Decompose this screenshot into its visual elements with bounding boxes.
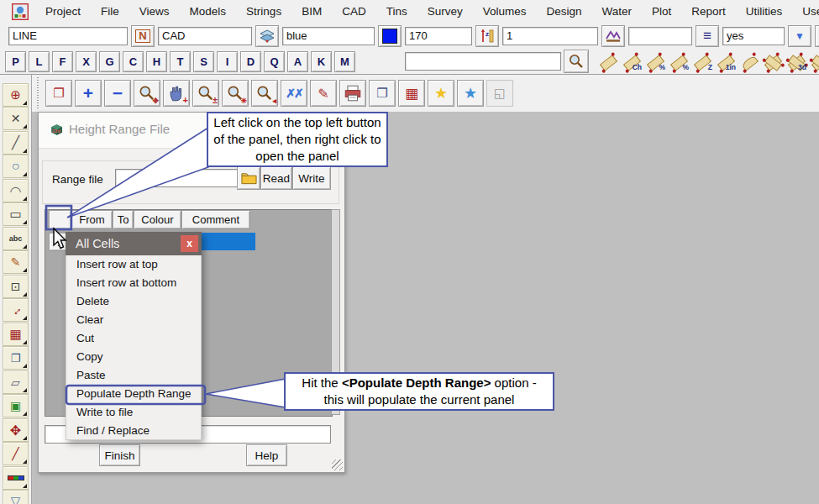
panel-resize-grip[interactable] — [332, 459, 343, 470]
point-line-icon[interactable]: ╱ — [3, 442, 29, 465]
menu-project[interactable]: Project — [35, 5, 91, 18]
snap-p-button[interactable]: P — [5, 51, 26, 72]
create-line-icon[interactable]: ╱ — [3, 131, 29, 155]
snap-x-button[interactable]: X — [76, 51, 97, 72]
point-box-icon[interactable]: ⊡ — [3, 275, 29, 298]
snap-t-button[interactable]: T — [170, 51, 191, 72]
shield-polygon-icon[interactable]: ▽ — [3, 490, 29, 504]
menu-bim[interactable]: BIM — [291, 5, 332, 18]
menu-item-insert-row-top[interactable]: Insert row at top — [66, 255, 201, 274]
zoom-centre-icon[interactable]: ✳ — [222, 80, 249, 107]
snap-c-button[interactable]: C — [123, 51, 144, 72]
search-input[interactable] — [405, 52, 561, 71]
help-button[interactable]: Help — [246, 444, 287, 466]
polygon-icon[interactable]: ▱ — [3, 370, 29, 394]
write-button[interactable]: Write — [292, 166, 331, 190]
menu-item-find-replace[interactable]: Find / Replace — [66, 422, 201, 440]
model-input[interactable] — [158, 27, 252, 45]
menu-item-cut[interactable]: Cut — [66, 329, 201, 348]
snap-m-button[interactable]: M — [334, 51, 355, 72]
menu-strings[interactable]: Strings — [236, 5, 291, 18]
zoom-out-icon[interactable]: − — [104, 80, 131, 107]
menu-models[interactable]: Models — [180, 5, 237, 18]
measure-dimension-icon[interactable]: ↔ — [3, 298, 29, 322]
view-grid-icon[interactable]: ▦ — [398, 80, 425, 107]
table-grid-icon[interactable]: ▦ — [3, 323, 29, 346]
snap-d-button[interactable]: D — [240, 51, 261, 72]
snap-i-button[interactable]: I — [217, 51, 238, 72]
colour-input[interactable] — [282, 27, 375, 45]
print-icon[interactable] — [339, 80, 366, 107]
pan-icon[interactable]: + — [163, 80, 190, 107]
lines-icon[interactable]: ≡ — [696, 25, 719, 47]
xnode-icon[interactable]: ✕ — [3, 107, 29, 130]
copy-object-icon[interactable]: ❐ — [3, 346, 29, 370]
snap-q-button[interactable]: Q — [264, 51, 285, 72]
menu-item-paste[interactable]: Paste — [66, 366, 201, 385]
menu-water[interactable]: Water — [592, 5, 643, 18]
new-view-icon[interactable]: ❐ — [45, 80, 72, 107]
finish-button[interactable]: Finish — [99, 444, 140, 466]
tin-input[interactable] — [502, 27, 598, 45]
menu-report[interactable]: Report — [681, 5, 736, 18]
snap-s-button[interactable]: S — [193, 51, 214, 72]
range-file-input[interactable] — [115, 169, 238, 187]
measure-bearing-icon[interactable] — [597, 51, 618, 72]
column-header-colour[interactable]: Colour — [134, 210, 181, 229]
snap-a-button[interactable]: A — [287, 51, 308, 72]
snap-g-button[interactable]: G — [99, 51, 120, 72]
folder-browse-icon[interactable] — [237, 166, 260, 190]
name-box-icon[interactable]: N — [131, 25, 155, 47]
copy-view-icon[interactable]: ❐ — [369, 80, 396, 107]
column-header-comment[interactable]: Comment — [181, 210, 250, 229]
close-icon[interactable]: x — [181, 235, 198, 252]
menu-utilities[interactable]: Utilities — [736, 5, 793, 18]
create-text-icon[interactable]: abc — [3, 227, 29, 250]
menu-item-clear[interactable]: Clear — [66, 311, 201, 329]
create-point-icon[interactable]: ⊕ — [3, 83, 29, 107]
measure-grade-icon[interactable]: % — [668, 51, 689, 72]
yes-input[interactable] — [722, 27, 785, 45]
favourite-blue-icon[interactable]: ★ — [457, 80, 484, 107]
menu-item-delete[interactable]: Delete — [66, 292, 201, 311]
zoom-dynamic-icon[interactable]: ± — [192, 80, 219, 107]
menu-plot[interactable]: Plot — [642, 5, 681, 18]
menu-user[interactable]: User — [792, 5, 819, 18]
menu-item-populate-depth-range[interactable]: Populate Depth Range — [66, 385, 201, 403]
toolbar-grip[interactable] — [37, 77, 41, 109]
create-circle-icon[interactable]: ○ — [3, 155, 29, 178]
menu-tins[interactable]: Tins — [376, 5, 417, 18]
redraw-icon[interactable]: ✎ — [310, 80, 337, 107]
search-icon[interactable] — [564, 50, 589, 73]
menu-survey[interactable]: Survey — [417, 5, 473, 18]
table-corner-button[interactable] — [49, 210, 71, 229]
height-input[interactable] — [405, 27, 472, 45]
dropdown-icon[interactable]: ▼ — [788, 25, 811, 47]
measure-3d-icon[interactable]: 3d — [785, 51, 806, 72]
menu-item-insert-row-bottom[interactable]: Insert row at bottom — [66, 274, 201, 292]
colour-line-icon[interactable] — [3, 466, 29, 490]
measure-dz-icon[interactable]: dZ — [809, 51, 819, 72]
move-icon[interactable]: ✥ — [3, 418, 29, 442]
eyedropper-icon[interactable] — [815, 25, 819, 47]
context-menu-header[interactable]: All Cells x — [66, 232, 202, 255]
app-logo-icon[interactable] — [12, 3, 29, 20]
menu-item-write-to-file[interactable]: Write to file — [66, 403, 201, 422]
menu-cad[interactable]: CAD — [332, 5, 376, 18]
menu-design[interactable]: Design — [537, 5, 592, 18]
window-layout-icon[interactable]: ◱ — [486, 80, 513, 107]
measure-arc-icon[interactable] — [738, 51, 759, 72]
create-arc-icon[interactable]: ◠ — [3, 179, 29, 202]
zoom-in-icon[interactable]: + — [75, 80, 102, 107]
column-header-to[interactable]: To — [113, 210, 134, 229]
colour-swatch[interactable] — [378, 25, 402, 47]
menu-file[interactable]: File — [91, 5, 129, 18]
measure-cross-icon[interactable] — [762, 51, 783, 72]
zoom-extents-icon[interactable]: ✥ — [134, 80, 160, 107]
blank-input[interactable] — [628, 27, 692, 45]
column-header-from[interactable]: From — [71, 210, 113, 229]
snap-toggles-icon[interactable]: ✗✗ — [281, 80, 307, 107]
snap-k-button[interactable]: K — [311, 51, 332, 72]
insert-image-icon[interactable]: ▣ — [3, 394, 29, 417]
create-rectangle-icon[interactable]: ▭ — [3, 202, 29, 226]
